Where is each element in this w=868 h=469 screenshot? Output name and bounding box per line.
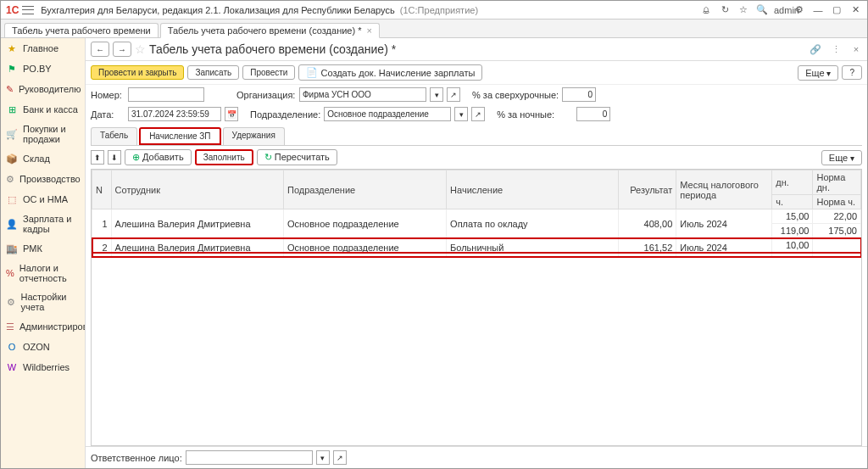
add-button[interactable]: ⊕Добавить (125, 149, 192, 165)
fill-button[interactable]: Заполнить (195, 149, 253, 165)
accrual-table[interactable]: N Сотрудник Подразделение Начисление Рез… (91, 169, 862, 446)
sidebar-item-13[interactable]: OOZON (1, 337, 85, 357)
sb-icon: 👤 (6, 218, 18, 230)
sb-icon: 📦 (6, 153, 18, 165)
sidebar-item-12[interactable]: ☰Администрирование (1, 316, 85, 337)
sidebar: ★Главное⚑PO.BY✎Руководителю⊞Банк и касса… (1, 38, 86, 468)
help-button[interactable]: ? (842, 65, 862, 80)
sidebar-item-5[interactable]: 📦Склад (1, 148, 85, 169)
dept-dropdown[interactable]: ▾ (454, 107, 468, 121)
sb-icon: 🏬 (6, 243, 18, 254)
recalc-button[interactable]: ↻Пересчитать (257, 149, 337, 165)
main-tabs: Табель учета рабочего времени Табель уче… (1, 20, 867, 38)
night-input[interactable] (576, 107, 610, 121)
sb-icon: % (6, 267, 14, 279)
sidebar-item-6[interactable]: ⚙Производство (1, 169, 85, 189)
minimize-icon[interactable]: — (811, 5, 825, 15)
sb-label: PO.BY (23, 64, 52, 74)
down-button[interactable]: ⬇ (108, 150, 121, 165)
number-input[interactable] (128, 87, 204, 102)
sidebar-item-14[interactable]: WWildberries (1, 357, 85, 377)
sb-label: OZON (23, 342, 50, 352)
sb-label: Склад (23, 154, 50, 164)
overtime-label: % за сверхурочные: (472, 90, 559, 100)
overtime-input[interactable] (562, 87, 596, 102)
tab-0[interactable]: Табель учета рабочего времени (4, 23, 159, 37)
back-button[interactable]: ← (91, 42, 109, 57)
sidebar-item-4[interactable]: 🛒Покупки и продажи (1, 120, 85, 148)
settings-icon[interactable]: ⚙ (793, 4, 806, 15)
save-button[interactable]: Записать (187, 65, 239, 80)
sb-label: Банк и касса (23, 104, 78, 114)
fwd-button[interactable]: → (113, 42, 131, 57)
resp-label: Ответственное лицо: (91, 453, 182, 463)
search-icon[interactable]: 🔍 (755, 4, 769, 15)
sb-label: РМК (23, 243, 42, 254)
sb-icon: ★ (6, 42, 18, 54)
org-open[interactable]: ↗ (447, 87, 460, 102)
sidebar-item-3[interactable]: ⊞Банк и касса (1, 99, 85, 120)
date-picker[interactable]: 📅 (225, 107, 238, 121)
subtab-tabel[interactable]: Табель (91, 127, 137, 145)
tab-1[interactable]: Табель учета рабочего времени (создание)… (160, 23, 380, 38)
subtab-deduct[interactable]: Удержания (223, 127, 285, 145)
sb-icon: W (6, 361, 18, 373)
number-label: Номер: (91, 90, 125, 100)
sidebar-item-9[interactable]: 🏬РМК (1, 238, 85, 259)
star-icon[interactable]: ☆ (737, 4, 750, 15)
more-button[interactable]: Еще ▾ (798, 65, 838, 81)
sidebar-item-11[interactable]: ⚙Настройки учета (1, 288, 85, 316)
sb-label: Главное (23, 43, 58, 53)
more-icon[interactable]: ⋮ (830, 44, 842, 55)
resp-input[interactable] (186, 450, 313, 465)
table-row[interactable]: 2Алешина Валерия ДмитриевнаОсновное подр… (92, 238, 861, 253)
user-label: admin (774, 5, 787, 15)
sb-label: Налоги и отчетность (19, 263, 80, 283)
page-close-icon[interactable]: × (850, 44, 862, 54)
sidebar-item-7[interactable]: ⬚ОС и НМА (1, 189, 85, 209)
sb-label: Настройки учета (20, 292, 80, 312)
org-dropdown[interactable]: ▾ (430, 87, 443, 102)
dept-label: Подразделение: (250, 109, 320, 120)
page-title: Табель учета рабочего времени (создание)… (149, 42, 396, 56)
titlebar: 1C Бухгалтерия для Беларуси, редакция 2.… (1, 1, 867, 20)
link-icon[interactable]: 🔗 (810, 44, 821, 55)
sidebar-item-10[interactable]: %Налоги и отчетность (1, 259, 85, 288)
org-label: Организация: (236, 90, 296, 100)
dept-input[interactable] (324, 107, 451, 121)
resp-open[interactable]: ↗ (333, 450, 347, 465)
sb-icon: ⬚ (6, 193, 18, 205)
sb-icon: ✎ (6, 83, 14, 95)
sb-icon: ☰ (6, 321, 14, 332)
subtab-accrual[interactable]: Начисление ЗП (139, 127, 220, 145)
sb-label: Производство (19, 174, 81, 184)
sidebar-item-1[interactable]: ⚑PO.BY (1, 59, 85, 79)
restore-icon[interactable]: ▢ (830, 4, 843, 15)
dept-open[interactable]: ↗ (471, 107, 485, 121)
resp-dropdown[interactable]: ▾ (316, 450, 330, 465)
table-row[interactable]: 1Алешина Валерия ДмитриевнаОсновное подр… (92, 209, 861, 224)
date-input[interactable] (128, 107, 221, 121)
sb-icon: O (6, 341, 18, 353)
post-close-button[interactable]: Провести и закрыть (91, 65, 184, 80)
sb-label: Зарплата и кадры (23, 214, 80, 234)
post-button[interactable]: Провести (242, 65, 295, 80)
close-icon[interactable]: ✕ (849, 4, 862, 15)
history-icon[interactable]: ↻ (718, 4, 732, 15)
fav-icon[interactable]: ☆ (135, 42, 146, 56)
sb-icon: ⚙ (6, 296, 15, 308)
sb-label: Покупки и продажи (23, 124, 80, 144)
sidebar-item-0[interactable]: ★Главное (1, 38, 85, 59)
inner-more-button[interactable]: Еще ▾ (821, 150, 862, 165)
date-label: Дата: (91, 109, 125, 120)
up-button[interactable]: ⬆ (91, 150, 104, 165)
menu-icon[interactable] (22, 6, 34, 14)
bell-icon[interactable]: 🕭 (699, 5, 713, 15)
sidebar-item-8[interactable]: 👤Зарплата и кадры (1, 209, 85, 238)
org-input[interactable] (299, 87, 426, 102)
tab-close-icon[interactable]: × (366, 25, 371, 36)
sb-label: Руководителю (19, 84, 81, 94)
sidebar-item-2[interactable]: ✎Руководителю (1, 79, 85, 99)
create-payroll-button[interactable]: 📄Создать док. Начисление зарплаты (298, 64, 482, 81)
sb-label: ОС и НМА (23, 194, 68, 204)
